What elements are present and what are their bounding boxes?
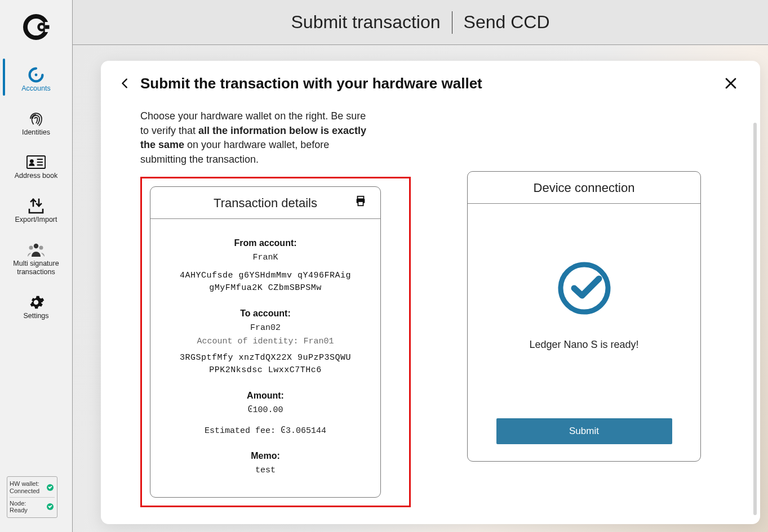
memo-label: Memo: [166,451,365,461]
main: Submit transaction Send CCD Submit the t… [73,0,768,532]
device-body: Ledger Nano S is ready! Submit [468,204,700,461]
sidebar-item-identities[interactable]: Identities [0,99,72,143]
from-label: From account: [166,238,365,248]
gear-icon [26,293,46,312]
app-logo [20,11,52,43]
sidebar-item-settings[interactable]: Settings [0,283,72,327]
svg-point-12 [29,245,33,249]
memo-value: test [166,464,365,477]
svg-point-2 [40,25,44,29]
svg-rect-15 [358,196,364,199]
modal-submit-transaction: Submit the transaction with your hardwar… [101,61,760,524]
multisig-icon [26,240,46,260]
highlighted-panel: Transaction details From account: [140,177,411,507]
svg-rect-17 [358,202,363,205]
sidebar-item-label: Multi signature transactions [13,260,59,277]
svg-point-14 [34,300,39,305]
svg-rect-4 [45,25,50,29]
address-book-icon [26,153,46,172]
close-button[interactable] [722,74,740,92]
sidebar-item-accounts[interactable]: Accounts [0,55,72,99]
svg-point-11 [34,243,38,248]
print-button[interactable] [354,195,368,208]
status-box: HW wallet: Connected Node: Ready [7,476,57,518]
check-icon [47,484,54,491]
submit-button[interactable]: Submit [496,418,672,444]
svg-point-13 [39,245,43,249]
back-button[interactable] [117,75,134,92]
svg-point-7 [30,159,34,163]
sidebar-item-multisig[interactable]: Multi signature transactions [0,230,72,283]
sidebar-nav: Accounts Identities Addre [0,55,72,326]
sidebar: Accounts Identities Addre [0,0,73,532]
svg-point-5 [35,74,38,77]
from-account-address: 4AHYCufsde g6YSHdmMmv qY496FRAig gMyFMfu… [166,270,365,295]
amount-label: Amount: [166,391,365,401]
amount-value: Ͼ100.00 [166,404,365,417]
topbar: Submit transaction Send CCD [73,0,768,45]
sidebar-item-label: Address book [15,172,57,181]
check-icon [47,503,54,510]
transaction-details-header: Transaction details [150,187,380,219]
device-ready-icon [556,260,612,316]
svg-point-18 [561,265,608,312]
sidebar-item-label: Export/Import [15,216,57,225]
to-account-identity: Account of identity: Fran01 [166,337,365,346]
topbar-separator [452,11,452,34]
transaction-details-card: Transaction details From account: [150,186,381,498]
modal-scrollbar[interactable] [753,123,757,515]
transaction-details-body: From account: FranK 4AHYCufsde g6YSHdmMm… [150,219,380,497]
to-account-name: Fran02 [166,322,365,334]
printer-icon [354,195,367,207]
topbar-title: Submit transaction [291,12,441,33]
fingerprint-icon [26,109,46,128]
status-hw-wallet: HW wallet: Connected [10,479,55,495]
topbar-subtitle: Send CCD [464,12,550,33]
sidebar-item-label: Accounts [21,84,50,93]
export-import-icon [26,196,46,216]
device-heading: Device connection [468,172,700,204]
device-ready-message: Ledger Nano S is ready! [529,339,638,351]
to-label: To account: [166,309,365,319]
sidebar-item-export-import[interactable]: Export/Import [0,186,72,230]
transaction-details-heading: Transaction details [214,196,317,211]
status-node: Node: Ready [10,497,55,515]
modal-header: Submit the transaction with your hardwar… [101,61,760,99]
modal-title: Submit the transaction with your hardwar… [140,75,722,92]
to-account-address: 3RGSptfMfy xnzTdQX22X 9uPzP3SQWU PPK2Nks… [166,352,365,377]
device-connection-card: Device connection Ledger Nano S is ready… [467,171,701,462]
sidebar-item-label: Identities [22,128,50,137]
sidebar-item-label: Settings [23,312,48,321]
from-account-name: FranK [166,252,365,264]
sidebar-item-address-book[interactable]: Address book [0,142,72,186]
intro-text: Choose your hardware wallet on the right… [140,109,377,167]
accounts-icon [26,65,46,84]
fee-value: Estimated fee: Ͼ3.065144 [166,425,365,437]
modal-body: Choose your hardware wallet on the right… [101,99,760,524]
